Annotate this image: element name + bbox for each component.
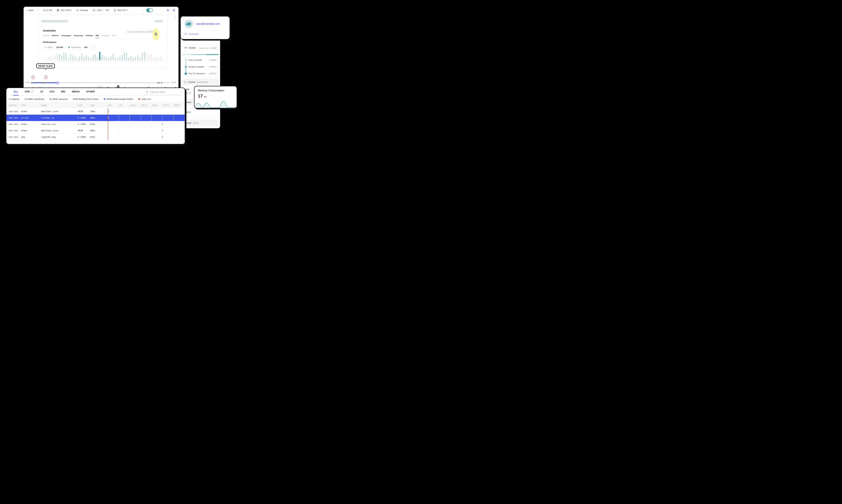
metadata-icon bbox=[184, 33, 187, 35]
date-range-value: Custom: 14/12/2019 - 21/01/2020 bbox=[126, 31, 155, 33]
chart-bar-30: 30 bbox=[94, 54, 96, 61]
bar bbox=[112, 54, 114, 60]
monitor-icon bbox=[76, 9, 79, 12]
issue-marker[interactable]: i bbox=[43, 75, 48, 81]
network-stat: 15.15KB: transferred bbox=[22, 97, 47, 101]
cell-status: 2xx-3xx bbox=[6, 116, 21, 119]
prev-session-button[interactable]: ‹ bbox=[143, 8, 144, 12]
event-visited-plain[interactable]: Visited bbox=[182, 109, 219, 117]
memory-unit: mb bbox=[203, 95, 207, 98]
metric-value: 1,537ms bbox=[209, 66, 217, 68]
page-tab-ad-groups[interactable]: Ad groups bbox=[74, 35, 83, 38]
column-header-size[interactable]: SIZE bbox=[78, 104, 90, 106]
network-tab-other[interactable]: OTHER bbox=[86, 88, 95, 95]
event-visited-card[interactable]: Visited Speed Index 1,162 / Time to Rend… bbox=[182, 44, 219, 77]
cell-type: other bbox=[21, 110, 41, 113]
column-header-time[interactable]: TIME bbox=[90, 104, 105, 106]
user-email[interactable]: user@example.com bbox=[196, 22, 220, 25]
add-metric-button[interactable]: + bbox=[91, 45, 96, 50]
replay-window: ‹ Back 01:11 PM v91.0.4472 Desktop 1344 … bbox=[23, 7, 179, 92]
timeline-event-dot[interactable] bbox=[161, 82, 162, 83]
chart-bar-17: 17 bbox=[135, 57, 137, 61]
page-tab-campaigns[interactable]: Campaigns bbox=[61, 35, 71, 38]
bar bbox=[137, 55, 139, 60]
page-tab-keywords[interactable]: Keywords bbox=[102, 35, 110, 38]
bar bbox=[68, 58, 69, 60]
chart-bar-10: 10 bbox=[119, 57, 121, 61]
share-icon[interactable] bbox=[172, 8, 176, 12]
apple-icon bbox=[113, 9, 117, 12]
bar bbox=[115, 58, 116, 60]
column-header-type[interactable]: TYPE bbox=[21, 104, 41, 106]
filter-input[interactable] bbox=[150, 91, 175, 93]
network-panel: ALLXHR?JSCSSIMGMEDIAOTHER 5: requests15.… bbox=[6, 88, 185, 144]
network-tab-js[interactable]: JS bbox=[40, 88, 43, 95]
cell-type: img bbox=[21, 136, 41, 138]
network-row-manifest-json[interactable]: 2xx-3xxothermanifest.json492B26ms bbox=[6, 127, 185, 134]
network-row-logo192-png[interactable]: 2xx-3xximglogo192.png5.22KB25ms bbox=[6, 134, 185, 140]
column-header-status[interactable]: STATUS bbox=[6, 104, 21, 106]
page-tab-more[interactable]: More bbox=[112, 35, 117, 38]
conversion-dot-icon bbox=[68, 47, 70, 48]
chart-bar-11: 11 bbox=[121, 55, 123, 61]
timeline-event-dot[interactable] bbox=[159, 82, 160, 83]
tab-label: ALL bbox=[14, 90, 18, 93]
issue-marker[interactable]: i bbox=[31, 75, 36, 81]
event-clicked-dashboard[interactable]: Clicked Dashboard bbox=[182, 79, 219, 85]
network-tab-xhr[interactable]: XHR? bbox=[24, 88, 34, 95]
bar bbox=[57, 53, 58, 60]
page-tab-settings[interactable]: Settings bbox=[86, 35, 93, 38]
network-row-tracker-js[interactable]: 2xx-3xxscripttracker.js5.22KB18ms bbox=[6, 115, 185, 121]
timeline-playhead[interactable] bbox=[57, 82, 59, 84]
os-type: Mac OS X bbox=[113, 9, 127, 12]
cell-name: manifest.json bbox=[41, 110, 78, 113]
timeline-event-dot[interactable] bbox=[32, 82, 33, 83]
timeline-event-dot[interactable] bbox=[51, 82, 52, 83]
star-icon[interactable] bbox=[166, 8, 169, 12]
bar bbox=[97, 57, 98, 60]
timeline-track[interactable]: ii bbox=[31, 82, 170, 83]
tab-label: MEDIA bbox=[72, 90, 80, 93]
network-tab-img[interactable]: IMG bbox=[60, 88, 66, 95]
chart-bar-18: 18 bbox=[137, 55, 139, 61]
chart-bar-17: 17 bbox=[65, 54, 67, 61]
bar bbox=[54, 55, 56, 60]
network-row-manifest-json[interactable]: 2xx-3xxothermanifest.json492B19ms bbox=[6, 108, 185, 115]
current-time: 1:00 bbox=[25, 81, 30, 84]
network-tab-all[interactable]: ALL bbox=[13, 88, 19, 95]
replay-topbar: ‹ Back 01:11 PM v91.0.4472 Desktop 1344 … bbox=[23, 7, 179, 14]
bar bbox=[79, 57, 80, 60]
network-tab-media[interactable]: MEDIA bbox=[72, 88, 80, 95]
metric-label: Visually Complete bbox=[188, 66, 204, 68]
autoplay-toggle[interactable]: ✓ bbox=[146, 8, 153, 12]
timeline-event-dot[interactable] bbox=[45, 82, 46, 83]
next-session-button[interactable]: › bbox=[155, 8, 157, 12]
page-tab-listings[interactable]: Listings bbox=[43, 35, 49, 38]
column-header-name[interactable]: NAME bbox=[41, 104, 78, 106]
page-tab-ads[interactable]: Ads bbox=[95, 35, 99, 38]
metric-chip-clicks[interactable]: Clicks 123,949 bbox=[43, 45, 65, 50]
cell-name: manifest.json bbox=[41, 129, 78, 132]
bar bbox=[50, 56, 51, 60]
network-tab-css[interactable]: CSS bbox=[49, 88, 55, 95]
chart-bar-27: 27 bbox=[87, 57, 90, 61]
cell-type: other bbox=[21, 129, 41, 132]
metric-dot-icon bbox=[184, 72, 187, 75]
performance-bar-chart: 7891011121314151617181920212223242526272… bbox=[42, 51, 163, 61]
cell-size: 492B bbox=[78, 110, 90, 113]
back-button[interactable]: ‹ Back bbox=[26, 9, 34, 12]
collapse-sidebar-button[interactable]: » bbox=[174, 16, 177, 19]
network-row-favicon-ico[interactable]: 2xx-3xxotherfavicon.ico3.77KB52ms bbox=[6, 121, 185, 127]
page-tab-advices[interactable]: Advices bbox=[52, 35, 59, 38]
chart-bar-3: 3 bbox=[103, 56, 105, 61]
help-icon[interactable]: ? bbox=[31, 90, 34, 93]
metadata-button[interactable]: Metadata bbox=[184, 33, 226, 35]
section-more-menu[interactable]: ··· bbox=[152, 42, 155, 44]
event-value: Dashboard bbox=[197, 81, 208, 83]
event-clicked-about[interactable]: Clicked About bbox=[182, 120, 219, 126]
chart-bar-29: 29 bbox=[161, 58, 163, 61]
metric-chip-conversion[interactable]: Conversion 902 bbox=[67, 45, 89, 50]
timeline-event-dot[interactable] bbox=[157, 82, 159, 83]
stat-text: 15.15KB: transferred bbox=[24, 98, 44, 100]
filter-box[interactable] bbox=[144, 89, 181, 95]
